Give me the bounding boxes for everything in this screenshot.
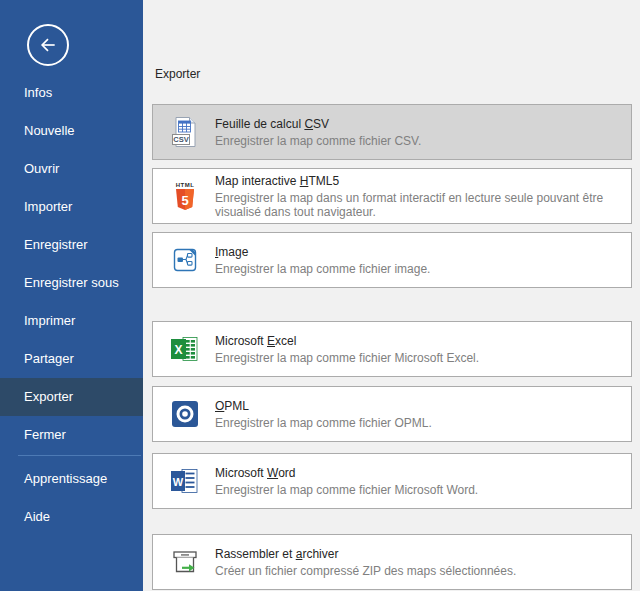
export-card-image[interactable]: Image Enregistrer la map comme fichier i… bbox=[152, 232, 632, 288]
svg-text:5: 5 bbox=[181, 193, 188, 208]
html5-icon: HTML 5 bbox=[169, 180, 201, 212]
card-title: Rassembler et archiver bbox=[215, 547, 621, 562]
sidebar-divider bbox=[18, 455, 141, 456]
card-texts: Feuille de calcul CSV Enregistrer la map… bbox=[215, 117, 631, 148]
sidebar-item-aide[interactable]: Aide bbox=[0, 498, 143, 536]
svg-text:X: X bbox=[174, 343, 182, 357]
sidebar-item-ouvrir[interactable]: Ouvrir bbox=[0, 150, 143, 188]
back-arrow-icon bbox=[38, 35, 58, 55]
svg-text:W: W bbox=[173, 476, 184, 488]
sidebar-item-fermer[interactable]: Fermer bbox=[0, 416, 143, 454]
microsoft-word-icon: W bbox=[169, 465, 201, 497]
card-texts: Map interactive HTML5 Enregistrer la map… bbox=[215, 174, 631, 219]
archive-zip-icon bbox=[169, 546, 201, 578]
export-card-csv[interactable]: CSV Feuille de calcul CSV Enregistrer la… bbox=[152, 104, 632, 160]
export-card-archive[interactable]: Rassembler et archiver Créer un fichier … bbox=[152, 534, 632, 590]
sidebar-item-apprentissage[interactable]: Apprentissage bbox=[0, 460, 143, 498]
svg-text:CSV: CSV bbox=[173, 135, 188, 144]
card-description: Enregistrer la map comme fichier image. bbox=[215, 262, 621, 276]
card-texts: Rassembler et archiver Créer un fichier … bbox=[215, 547, 631, 578]
card-description: Enregistrer la map comme fichier Microso… bbox=[215, 483, 621, 497]
sidebar-nav: Infos Nouvelle Ouvrir Importer Enregistr… bbox=[0, 74, 143, 536]
export-options-list: CSV Feuille de calcul CSV Enregistrer la… bbox=[152, 104, 640, 590]
backstage-view: Infos Nouvelle Ouvrir Importer Enregistr… bbox=[0, 0, 640, 591]
card-texts: Microsoft Excel Enregistrer la map comme… bbox=[215, 334, 631, 365]
image-map-icon bbox=[169, 244, 201, 276]
export-card-html5[interactable]: HTML 5 Map interactive HTML5 Enregistrer… bbox=[152, 168, 632, 224]
card-description: Enregistrer la map comme fichier Microso… bbox=[215, 351, 621, 365]
card-title: Image bbox=[215, 245, 621, 260]
svg-text:HTML: HTML bbox=[176, 182, 195, 188]
card-title: Microsoft Word bbox=[215, 466, 621, 481]
card-description: Enregistrer la map dans un format intera… bbox=[215, 191, 621, 219]
csv-spreadsheet-icon: CSV bbox=[169, 116, 201, 148]
export-card-excel[interactable]: X Microsoft Excel Enregistrer la map com… bbox=[152, 321, 632, 377]
export-panel: Exporter CSV bbox=[143, 0, 640, 591]
card-texts: Image Enregistrer la map comme fichier i… bbox=[215, 245, 631, 276]
card-texts: Microsoft Word Enregistrer la map comme … bbox=[215, 466, 631, 497]
sidebar-item-infos[interactable]: Infos bbox=[0, 74, 143, 112]
card-texts: OPML Enregistrer la map comme fichier OP… bbox=[215, 399, 631, 430]
export-card-opml[interactable]: OPML Enregistrer la map comme fichier OP… bbox=[152, 386, 632, 442]
export-card-word[interactable]: W Microsoft Word Enregistrer la map comm… bbox=[152, 453, 632, 509]
sidebar-item-enregistrer[interactable]: Enregistrer bbox=[0, 226, 143, 264]
sidebar-item-nouvelle[interactable]: Nouvelle bbox=[0, 112, 143, 150]
microsoft-excel-icon: X bbox=[169, 333, 201, 365]
card-description: Créer un fichier compressé ZIP des maps … bbox=[215, 564, 621, 578]
opml-icon bbox=[169, 398, 201, 430]
card-title: Map interactive HTML5 bbox=[215, 174, 621, 189]
card-title: OPML bbox=[215, 399, 621, 414]
sidebar-item-imprimer[interactable]: Imprimer bbox=[0, 302, 143, 340]
card-description: Enregistrer la map comme fichier CSV. bbox=[215, 134, 621, 148]
page-title: Exporter bbox=[155, 67, 640, 81]
sidebar-item-exporter[interactable]: Exporter bbox=[0, 378, 143, 416]
sidebar-item-partager[interactable]: Partager bbox=[0, 340, 143, 378]
card-title: Feuille de calcul CSV bbox=[215, 117, 621, 132]
sidebar-item-importer[interactable]: Importer bbox=[0, 188, 143, 226]
sidebar: Infos Nouvelle Ouvrir Importer Enregistr… bbox=[0, 0, 143, 591]
card-description: Enregistrer la map comme fichier OPML. bbox=[215, 416, 621, 430]
card-title: Microsoft Excel bbox=[215, 334, 621, 349]
back-button[interactable] bbox=[27, 24, 69, 66]
sidebar-item-enregistrer-sous[interactable]: Enregistrer sous bbox=[0, 264, 143, 302]
